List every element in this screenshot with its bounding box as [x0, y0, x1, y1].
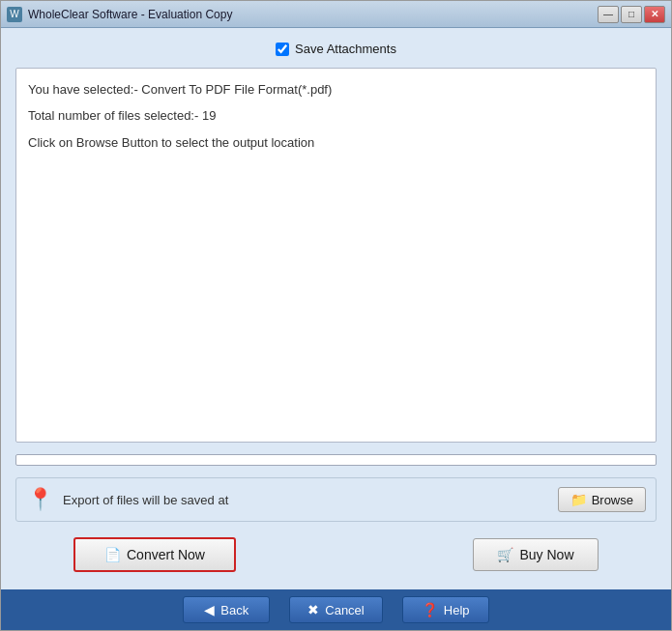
title-bar-left: W WholeClear Software - Evaluation Copy — [7, 7, 232, 22]
help-icon: ❓ — [422, 602, 438, 617]
browse-label: Browse — [592, 493, 633, 507]
buy-now-button[interactable]: 🛒 Buy Now — [473, 538, 599, 571]
maximize-button[interactable]: □ — [621, 6, 642, 23]
title-bar: W WholeClear Software - Evaluation Copy … — [1, 1, 671, 28]
folder-icon: 📁 — [570, 492, 587, 507]
cancel-icon: ✖ — [307, 602, 319, 617]
main-content: Save Attachments You have selected:- Con… — [1, 28, 671, 589]
help-label: Help — [444, 603, 470, 617]
progress-bar-track — [15, 454, 657, 466]
back-label: Back — [220, 603, 248, 617]
info-line-1: You have selected:- Convert To PDF File … — [28, 78, 644, 100]
export-row: 📍 Export of files will be saved at 📁 Bro… — [15, 477, 657, 522]
cancel-button[interactable]: ✖ Cancel — [289, 596, 382, 623]
save-attachments-row: Save Attachments — [15, 38, 657, 60]
convert-now-button[interactable]: 📄 Convert Now — [73, 537, 236, 572]
info-line-3: Click on Browse Button to select the out… — [28, 131, 644, 154]
main-window: W WholeClear Software - Evaluation Copy … — [0, 0, 672, 631]
convert-label: Convert Now — [127, 547, 205, 562]
cancel-label: Cancel — [325, 603, 364, 617]
minimize-button[interactable]: — — [598, 6, 619, 23]
info-box: You have selected:- Convert To PDF File … — [15, 68, 657, 443]
browse-button[interactable]: 📁 Browse — [558, 487, 646, 512]
title-bar-buttons: — □ ✕ — [598, 6, 665, 23]
action-row: 📄 Convert Now 🛒 Buy Now — [15, 530, 657, 580]
help-button[interactable]: ❓ Help — [402, 596, 489, 623]
info-line-2: Total number of files selected:- 19 — [28, 104, 644, 127]
convert-icon: 📄 — [104, 547, 121, 562]
window-title: WholeClear Software - Evaluation Copy — [28, 8, 232, 21]
back-button[interactable]: ◀ Back — [183, 596, 270, 623]
location-icon: 📍 — [26, 486, 53, 513]
progress-area — [15, 450, 657, 470]
back-icon: ◀ — [204, 602, 215, 617]
cart-icon: 🛒 — [497, 547, 513, 562]
bottom-bar: ◀ Back ✖ Cancel ❓ Help — [1, 589, 671, 630]
pin-icon: 📍 — [27, 487, 53, 512]
buy-label: Buy Now — [519, 547, 573, 562]
app-icon: W — [7, 7, 22, 22]
export-label: Export of files will be saved at — [63, 493, 548, 507]
save-attachments-checkbox[interactable] — [276, 43, 289, 56]
close-button[interactable]: ✕ — [644, 6, 665, 23]
save-attachments-label: Save Attachments — [295, 42, 396, 56]
